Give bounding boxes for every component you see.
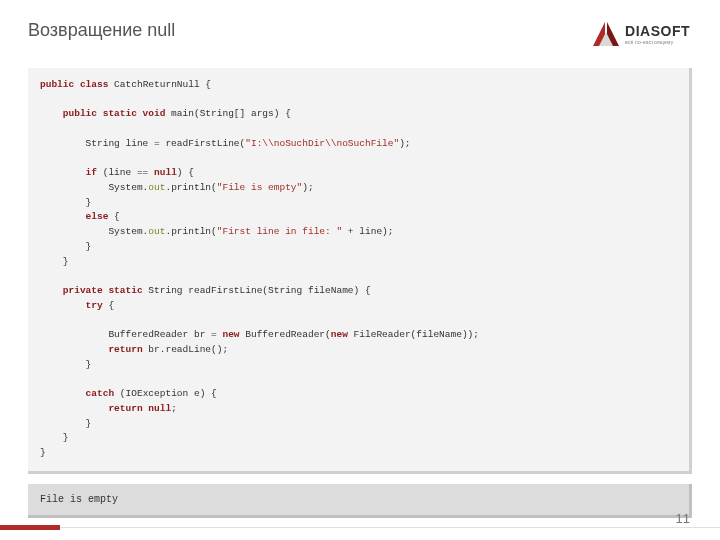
slide-title: Возвращение null <box>28 20 175 41</box>
brand-logo: DIASOFT всё по-настоящему <box>591 20 690 48</box>
code-block: public class CatchReturnNull { public st… <box>28 68 692 474</box>
page-number: 11 <box>676 511 690 526</box>
logo-subtitle: всё по-настоящему <box>625 39 673 45</box>
logo-text: DIASOFT <box>625 23 690 39</box>
output-block: File is empty <box>28 484 692 518</box>
logo-mark-icon <box>591 20 621 48</box>
footer-divider <box>0 527 720 528</box>
accent-bar <box>0 525 60 530</box>
